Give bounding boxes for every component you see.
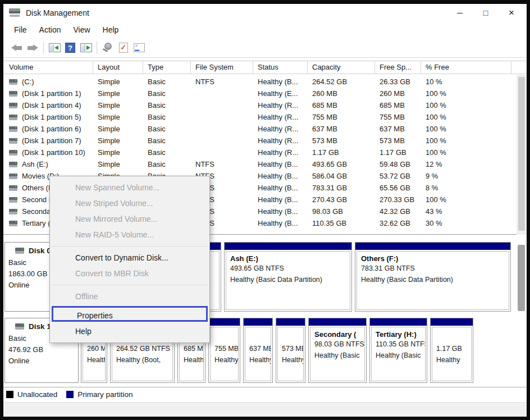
primary-partition-bar xyxy=(225,243,351,250)
partition-block[interactable]: 755 MB Healthy xyxy=(208,318,240,383)
volume-free-space: 573 MB xyxy=(375,136,421,145)
unallocated-swatch xyxy=(6,391,13,398)
partition-block[interactable]: 573 MB Healthy xyxy=(276,318,305,383)
volume-free-space: 53.72 GB xyxy=(375,172,421,180)
column-header-status[interactable]: Status xyxy=(253,61,308,74)
partition-block[interactable]: Others (F:) 783.31 GB NTFS Healthy (Basi… xyxy=(355,242,511,312)
volume-icon xyxy=(9,91,17,97)
volume-row[interactable]: (Disk 1 partition 6) Simple Basic Health… xyxy=(3,123,527,135)
show-action-pane-icon xyxy=(80,43,92,52)
graphical-pane-scrollbar-thumb[interactable] xyxy=(518,245,525,311)
menubar-item[interactable]: View xyxy=(67,24,96,36)
volume-free-space: 59.48 GB xyxy=(375,160,421,168)
volume-icon xyxy=(9,138,17,144)
partition-block[interactable]: 637 MB Healthy xyxy=(243,318,273,383)
column-header-free-space[interactable]: Free Sp... xyxy=(375,61,421,74)
partition-block[interactable]: Secondary ( 98.03 GB NTFS Healthy (Basic xyxy=(308,318,367,383)
volume-free-space: 637 MB xyxy=(375,125,421,133)
partition-title: Secondary ( xyxy=(314,330,360,339)
partition-status-line: Healthy xyxy=(214,354,234,366)
volume-row[interactable]: (Disk 1 partition 4) Simple Basic Health… xyxy=(3,99,527,111)
primary-partition-bar xyxy=(355,243,510,250)
volume-type: Basic xyxy=(143,160,191,168)
partition-block[interactable]: Ash (E:) 493.65 GB NTFS Healthy (Basic D… xyxy=(224,242,352,312)
volume-status: Healthy (E... xyxy=(253,89,308,98)
column-header-type[interactable]: Type xyxy=(143,61,191,74)
volume-icon xyxy=(9,185,17,191)
volume-name: (Disk 1 partition 7) xyxy=(22,136,81,145)
column-header-volume[interactable]: Volume xyxy=(3,61,93,74)
volume-status: Healthy (B... xyxy=(253,207,308,216)
partition-size-line: 1.17 GB xyxy=(436,343,467,354)
close-button[interactable]: × xyxy=(499,4,524,21)
volume-type: Basic xyxy=(143,148,191,157)
list-scrollbar[interactable] xyxy=(517,75,527,235)
volume-row[interactable]: Ash (E:) Simple Basic NTFS Healthy (B...… xyxy=(3,158,527,170)
menu-separator xyxy=(51,246,208,246)
volume-status: Healthy (B... xyxy=(253,160,308,168)
volume-free-space: 260 MB xyxy=(375,89,421,98)
volume-row[interactable]: (Disk 1 partition 1) Simple Basic Health… xyxy=(3,88,527,99)
volume-pct-free: 10 % xyxy=(421,77,511,86)
menu-item-offline: Offline xyxy=(50,289,209,304)
window-title: Disk Management xyxy=(26,8,89,17)
volume-type: Basic xyxy=(143,77,191,86)
back-button[interactable] xyxy=(9,40,25,55)
menubar-item[interactable]: Help xyxy=(97,24,125,36)
volume-row[interactable]: (Disk 1 partition 10) Simple Basic Healt… xyxy=(3,147,527,158)
show-console-tree-button[interactable] xyxy=(47,40,62,55)
volume-status: Healthy (R... xyxy=(253,148,308,157)
volume-row[interactable]: (Disk 1 partition 5) Simple Basic Health… xyxy=(3,111,527,123)
volume-pct-free: 8 % xyxy=(421,184,511,192)
list-scrollbar-thumb[interactable] xyxy=(518,77,525,231)
maximize-button[interactable]: □ xyxy=(473,4,499,21)
column-header-filler xyxy=(511,61,527,74)
volume-capacity: 264.52 GB xyxy=(308,77,375,86)
partition-size-line: 685 MB xyxy=(184,343,199,354)
volume-capacity: 755 MB xyxy=(308,113,375,121)
column-header-capacity[interactable]: Capacity xyxy=(308,61,375,74)
volume-pct-free: 100 % xyxy=(421,148,511,157)
column-header-layout[interactable]: Layout xyxy=(93,61,143,74)
volume-icon xyxy=(9,126,17,132)
menu-item-convert-to-mbr-disk: Convert to MBR Disk xyxy=(50,266,209,281)
menubar-item[interactable]: File xyxy=(8,24,33,36)
volume-pct-free: 9 % xyxy=(421,172,511,180)
volume-type: Basic xyxy=(143,101,191,109)
forward-button[interactable] xyxy=(25,40,40,55)
volume-status: Healthy (R... xyxy=(253,101,308,109)
volume-row[interactable]: (C:) Simple Basic NTFS Healthy (B... 264… xyxy=(3,76,527,88)
menu-item-convert-to-dynamic-disk[interactable]: Convert to Dynamic Disk... xyxy=(50,250,209,266)
partition-size-line: 264.52 GB NTFS xyxy=(116,343,168,354)
check-document-button[interactable] xyxy=(116,40,131,55)
toolbar-separator xyxy=(43,42,44,54)
volume-name: (C:) xyxy=(22,77,34,86)
partition-block[interactable]: Tertiary (H:) 110.35 GB NTFS Healthy (Ba… xyxy=(369,318,427,383)
partition-title: Others (F:) xyxy=(361,254,505,263)
volume-name: (Disk 1 partition 5) xyxy=(22,113,81,121)
volume-capacity: 110.35 GB xyxy=(308,219,375,227)
disk-size: 476.92 GB xyxy=(8,344,75,355)
column-header-file-system[interactable]: File System xyxy=(191,61,253,74)
volume-row[interactable]: (Disk 1 partition 7) Simple Basic Health… xyxy=(3,135,527,147)
view-options-button[interactable] xyxy=(131,40,147,55)
minimize-button[interactable]: ─ xyxy=(447,4,473,21)
rescan-disks-button[interactable] xyxy=(100,40,116,55)
titlebar: Disk Management ─ □ × xyxy=(3,4,527,21)
menu-item-properties[interactable]: Properties xyxy=(52,306,208,322)
partition-status-line: Healthy xyxy=(249,354,267,366)
menu-item-help[interactable]: Help xyxy=(50,323,209,339)
volume-status: Healthy (B... xyxy=(253,77,308,86)
volume-status: Healthy (B... xyxy=(253,195,308,204)
show-action-pane-button[interactable] xyxy=(78,40,94,55)
help-button[interactable]: ? xyxy=(62,40,78,55)
partition-block[interactable]: 1.17 GB Healthy xyxy=(430,318,473,383)
partition-status-line: Healthy (Basic Data Partition) xyxy=(361,274,505,285)
menubar-item[interactable]: Action xyxy=(33,24,67,36)
menu-separator xyxy=(51,285,208,285)
volume-status: Healthy (B... xyxy=(253,172,308,180)
volume-free-space: 1.17 GB xyxy=(375,148,421,157)
volume-icon xyxy=(9,162,17,167)
column-header-pct-free[interactable]: % Free xyxy=(421,61,511,74)
volume-pct-free: 100 % xyxy=(421,195,511,204)
